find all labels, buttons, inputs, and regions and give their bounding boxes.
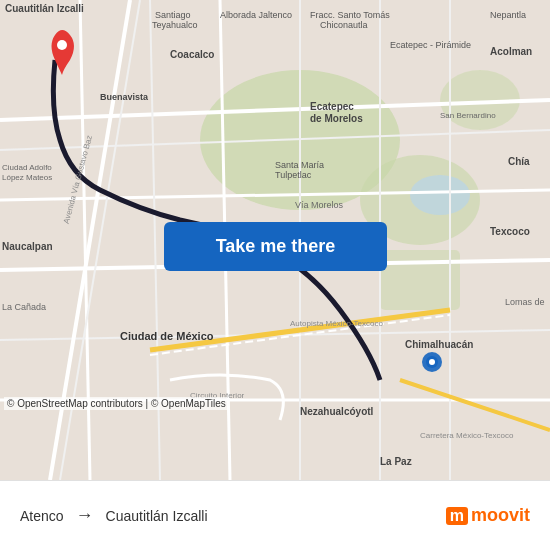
footer: Atenco → Cuautitlán Izcalli m moovit — [0, 480, 550, 550]
svg-point-5 — [410, 175, 470, 215]
svg-text:Naucalpan: Naucalpan — [2, 241, 53, 252]
svg-text:Ecatepec - Pirámide: Ecatepec - Pirámide — [390, 40, 471, 50]
moovit-logo-container: m moovit — [446, 505, 530, 526]
moovit-logo: m moovit — [446, 505, 530, 526]
svg-text:Ciudad Adolfo: Ciudad Adolfo — [2, 163, 52, 172]
svg-text:Buenavista: Buenavista — [100, 92, 149, 102]
svg-text:Santiago: Santiago — [155, 10, 191, 20]
svg-text:Cuautitlán Izcalli: Cuautitlán Izcalli — [5, 3, 84, 14]
map-attribution: © OpenStreetMap contributors | © OpenMap… — [4, 397, 229, 410]
arrow-icon: → — [76, 505, 94, 526]
svg-text:Acolman: Acolman — [490, 46, 532, 57]
svg-text:Chimalhuacán: Chimalhuacán — [405, 339, 473, 350]
svg-text:San Bernardino: San Bernardino — [440, 111, 496, 120]
to-label: Cuautitlán Izcalli — [106, 508, 208, 524]
svg-text:Alborada Jaltenco: Alborada Jaltenco — [220, 10, 292, 20]
svg-point-58 — [429, 359, 435, 365]
svg-text:de Morelos: de Morelos — [310, 113, 363, 124]
moovit-text: moovit — [471, 505, 530, 526]
svg-text:Lomas de: Lomas de — [505, 297, 545, 307]
svg-point-55 — [57, 40, 67, 50]
svg-text:Nepantla: Nepantla — [490, 10, 526, 20]
svg-text:La Paz: La Paz — [380, 456, 412, 467]
map-container: Santiago Teyahualco Alborada Jaltenco Fr… — [0, 0, 550, 480]
svg-text:Ciudad de México: Ciudad de México — [120, 330, 214, 342]
svg-text:Vía Morelos: Vía Morelos — [295, 200, 344, 210]
svg-text:Ecatepec: Ecatepec — [310, 101, 354, 112]
svg-text:López Mateos: López Mateos — [2, 173, 52, 182]
svg-text:Nezahualcóyotl: Nezahualcóyotl — [300, 406, 374, 417]
svg-text:Autopista México-Texcoco: Autopista México-Texcoco — [290, 319, 383, 328]
svg-text:Carretera México-Texcoco: Carretera México-Texcoco — [420, 431, 514, 440]
svg-text:Chiconautla: Chiconautla — [320, 20, 368, 30]
svg-text:Teyahualco: Teyahualco — [152, 20, 198, 30]
moovit-m-icon: m — [446, 507, 468, 525]
route-info: Atenco → Cuautitlán Izcalli — [20, 505, 208, 526]
svg-text:Fracc. Santo Tomás: Fracc. Santo Tomás — [310, 10, 390, 20]
svg-text:Tulpetlac: Tulpetlac — [275, 170, 312, 180]
svg-text:La Cañada: La Cañada — [2, 302, 46, 312]
svg-rect-4 — [380, 250, 460, 310]
svg-text:Coacalco: Coacalco — [170, 49, 214, 60]
take-me-there-button[interactable]: Take me there — [164, 222, 387, 271]
svg-text:Texcoco: Texcoco — [490, 226, 530, 237]
from-label: Atenco — [20, 508, 64, 524]
svg-text:Chía: Chía — [508, 156, 530, 167]
svg-text:Santa María: Santa María — [275, 160, 324, 170]
